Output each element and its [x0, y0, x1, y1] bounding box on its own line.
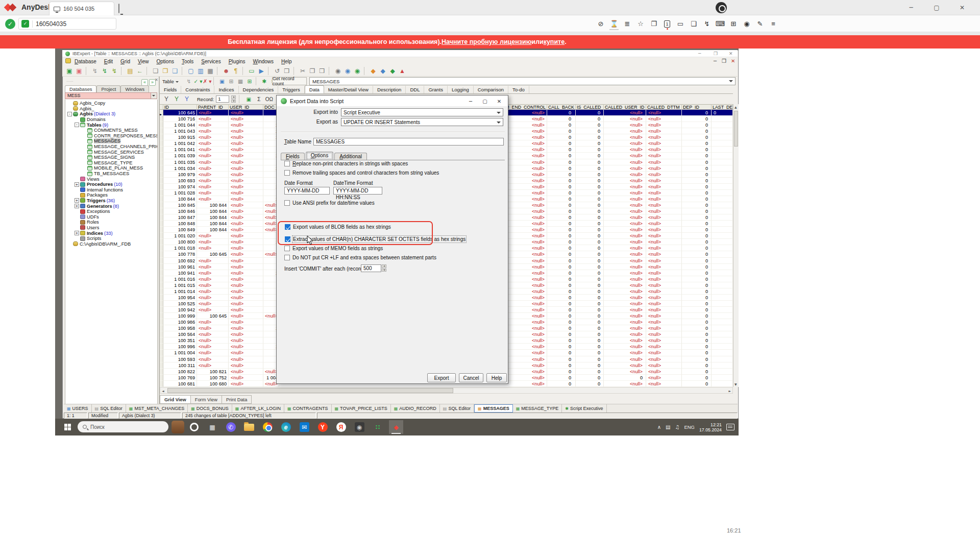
table-row[interactable]: 1 001 004 <null> <null> [160, 350, 279, 356]
table-row[interactable]: <null> 0 0 <null> <null> 0 [508, 196, 733, 202]
table-row[interactable]: <null> 0 0 <null> <null> 0 [508, 331, 733, 337]
record-bar-icon[interactable]: Σ [255, 95, 263, 103]
tree-item[interactable]: COMMENTS_MESS [65, 128, 157, 133]
object-tab[interactable]: Grants [424, 86, 448, 93]
tray-display-icon[interactable]: ▤ [666, 424, 670, 430]
table-row[interactable]: <null> 0 0 <null> <null> 0 [508, 190, 733, 196]
anydesk-toolbar-icon[interactable]: ⊞ [727, 17, 740, 30]
taskbar-app-icon[interactable]: ◉ [352, 420, 366, 434]
object-tab[interactable]: Constraints [181, 86, 214, 93]
remove-trailing-checkbox[interactable]: Remove trailing spaces and control chara… [284, 170, 439, 176]
new-session-button[interactable] [118, 4, 129, 12]
tree-expander[interactable]: + [75, 231, 79, 235]
window-tab[interactable]: ▤ SQL Editor [440, 404, 474, 413]
table-row[interactable]: <null> 0 0 <null> <null> 0 [508, 282, 733, 288]
panel-close-icon[interactable]: ✕ [155, 78, 158, 82]
tree-item[interactable]: - Agbis (Dialect 3) [65, 111, 157, 117]
table-row[interactable]: 100 769 100 752 <null> 1 004 [160, 375, 279, 381]
object-tab[interactable]: Logging [448, 86, 474, 93]
buy-license-link[interactable]: купите [544, 38, 565, 45]
start-button[interactable] [64, 424, 71, 430]
minimize-button[interactable]: ─ [899, 0, 923, 15]
table-row[interactable]: 100 915 <null> <null> 1 [160, 134, 279, 140]
table-row[interactable]: 1 001 034 <null> <null> 1 [160, 165, 279, 172]
table-row[interactable]: 1 001 016 <null> <null> [160, 276, 279, 282]
table-row[interactable]: 100 958 <null> <null> 1 [160, 325, 279, 331]
account-icon[interactable] [716, 2, 727, 13]
toolbar-icon[interactable]: ▥ [197, 67, 205, 75]
table-toolbar-icon[interactable]: ▣ [218, 77, 226, 85]
toolbar-icon[interactable] [217, 67, 219, 75]
menu-item[interactable]: Grid [120, 59, 130, 64]
table-row[interactable]: <null> 0 0 <null> <null> 0 [508, 313, 733, 319]
table-row[interactable]: <null> 0 0 <null> <null> 0 [508, 239, 733, 245]
table-row[interactable]: <null> 0 0 <null> <null> 0 [508, 325, 733, 331]
table-row[interactable]: <null> 0 0 <null> <null> 0 0 [508, 110, 733, 116]
table-row[interactable]: 100 692 <null> <null> [160, 258, 279, 264]
table-row[interactable]: <null> 0 0 <null> <null> 0 [508, 362, 733, 369]
column-header[interactable]: CALLED_USER_ID [604, 104, 646, 110]
filter-icon[interactable]: Y [183, 95, 191, 103]
table-row[interactable]: <null> 0 0 <null> <null> 0 [508, 153, 733, 159]
table-toolbar-icon[interactable]: ✱ [260, 77, 268, 85]
tree-item[interactable]: TB_MESSAGES [65, 171, 157, 177]
commit-spinner[interactable]: 500 [361, 264, 381, 272]
panel-tab[interactable]: Windows [120, 85, 149, 92]
table-row[interactable]: 1 001 014 <null> <null> [160, 288, 279, 295]
table-row[interactable]: <null> 0 0 <null> <null> 0 [508, 178, 733, 184]
toolbar-icon[interactable]: ↯ [110, 67, 118, 75]
datetime-format-field[interactable]: YYYY-MM-DD HH:NN:SS [333, 187, 382, 195]
filter-icon[interactable]: Y [173, 95, 181, 103]
table-row[interactable]: <null> 0 0 <null> <null> 0 [508, 307, 733, 313]
table-row[interactable]: 1 001 015 <null> <null> [160, 282, 279, 288]
table-row[interactable]: <null> 0 0 <null> <null> 0 [508, 350, 733, 356]
column-header[interactable]: DEP_ID [682, 104, 712, 110]
tree-item[interactable]: - Tables (9) [65, 122, 157, 128]
tree-item[interactable]: Exceptions [65, 209, 157, 214]
address-field[interactable]: ✓ 160504035 [18, 18, 116, 30]
column-header[interactable]: USER_ID [229, 104, 263, 110]
menu-item[interactable]: Edit [104, 59, 113, 64]
table-name-field[interactable]: MESSAGES [313, 138, 504, 146]
tree-expander[interactable]: - [67, 112, 72, 116]
table-row[interactable]: 100 778 100 645 <null> <null> [160, 251, 279, 257]
tree-item[interactable]: MESSAGE_TYPE [65, 160, 157, 166]
window-tab[interactable]: ▦ DOCS_BONUS [188, 404, 232, 413]
tree-item[interactable]: Scripts [65, 236, 157, 241]
table-row[interactable]: 100 645 <null> <null> [160, 110, 279, 116]
table-row[interactable]: 100 846 100 844 <null> <null> [160, 208, 279, 214]
toolbar-icon[interactable] [146, 67, 149, 75]
toolbar-icon[interactable]: ❒ [283, 67, 291, 75]
tree-expander[interactable]: + [75, 198, 79, 203]
column-header[interactable]: DTTM_END_CONTROL [508, 104, 547, 110]
get-record-count-button[interactable]: Get record count [272, 77, 307, 85]
table-row[interactable]: 1 001 041 <null> <null> [160, 147, 279, 153]
table-row[interactable]: 1 001 028 <null> <null> [160, 190, 279, 196]
tree-expander[interactable]: + [75, 182, 79, 187]
maximize-button[interactable]: ▢ [925, 0, 948, 15]
toolbar-icon[interactable]: ◉ [353, 67, 361, 75]
toolbar-icon[interactable]: ◉ [344, 67, 352, 75]
toolbar-icon[interactable]: ↺ [273, 67, 281, 75]
table-row[interactable]: <null> 0 0 <null> <null> 0 [508, 319, 733, 325]
cancel-button[interactable]: Cancel [459, 373, 483, 382]
object-tab[interactable]: Fields [160, 86, 181, 93]
tray-volume-icon[interactable]: ♫ [675, 424, 679, 430]
vscroll-thumb[interactable] [734, 111, 738, 147]
table-row[interactable]: <null> 0 0 <null> <null> 0 [508, 116, 733, 122]
tree-item[interactable]: MOBILE_PLAN_MESS [65, 165, 157, 171]
session-tab[interactable]: 160 504 035 [49, 2, 114, 15]
table-row[interactable]: <null> 0 0 <null> <null> 0 [508, 356, 733, 362]
table-row[interactable]: 100 693 <null> <null> [160, 178, 279, 184]
tray-expand-icon[interactable]: ∧ [657, 424, 661, 430]
date-format-field[interactable]: YYYY-MM-DD [284, 187, 330, 195]
export-button[interactable]: Export [427, 373, 456, 382]
menu-item[interactable]: Services [201, 59, 220, 64]
anydesk-toolbar-icon[interactable]: ↯ [700, 17, 714, 30]
column-header[interactable]: CALLED_DTTM [646, 104, 682, 110]
table-row[interactable]: 100 716 <null> <null> [160, 116, 279, 122]
trial-license-link[interactable]: Начните пробную лицензию [442, 38, 531, 45]
table-row[interactable]: 100 844 <null> <null> 1 [160, 196, 279, 202]
tree-item[interactable]: Views [65, 176, 157, 182]
table-row[interactable]: 100 942 <null> <null> [160, 307, 279, 313]
